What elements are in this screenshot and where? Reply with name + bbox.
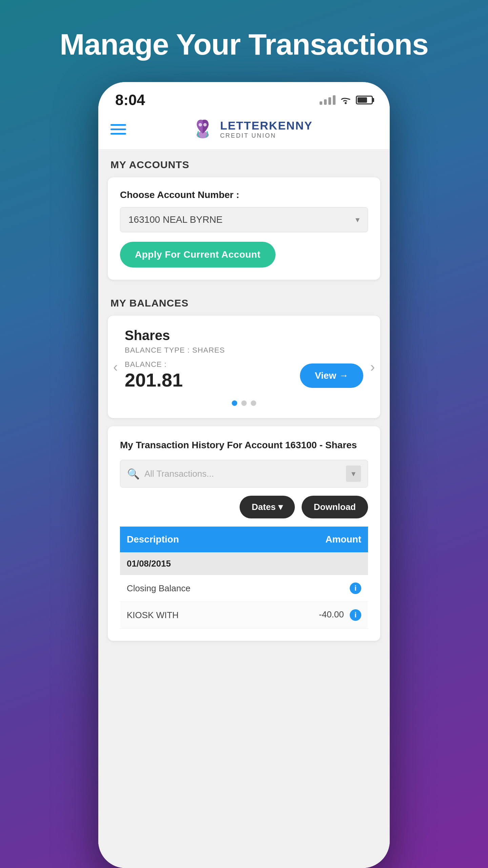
search-input[interactable]: All Transactions...: [144, 469, 341, 479]
app-content: MY ACCOUNTS Choose Account Number : 1631…: [98, 150, 390, 868]
account-number-dropdown[interactable]: 163100 NEAL BYRNE ▾: [120, 207, 368, 232]
balance-amount: 201.81: [125, 369, 183, 391]
apply-for-current-account-button[interactable]: Apply For Current Account: [120, 242, 276, 268]
transaction-history-card: My Transaction History For Account 16310…: [108, 426, 380, 641]
logo-icon: [191, 117, 215, 141]
amount-value: -40.00: [319, 609, 344, 619]
search-icon: 🔍: [127, 468, 140, 480]
page-title: Manage Your Transactions: [60, 27, 428, 62]
dot-1[interactable]: [232, 400, 237, 406]
balance-label: BALANCE :: [125, 360, 183, 369]
signal-icon: [320, 95, 336, 105]
logo-sub: CREDIT UNION: [220, 132, 312, 139]
logo-text: LETTERKENNY CREDIT UNION: [220, 119, 312, 139]
logo-area: LETTERKENNY CREDIT UNION: [191, 117, 312, 141]
account-number-label: Choose Account Number :: [120, 190, 368, 200]
battery-icon: [356, 96, 373, 104]
status-icons: [320, 95, 373, 105]
balance-info: BALANCE : 201.81: [125, 360, 183, 391]
search-dropdown-arrow-icon[interactable]: ▾: [346, 466, 361, 482]
view-balance-button[interactable]: View →: [300, 363, 363, 388]
amount-column-header: Amount: [264, 527, 368, 552]
download-button[interactable]: Download: [302, 496, 368, 518]
transaction-history-title: My Transaction History For Account 16310…: [120, 438, 368, 452]
phone-frame: 8:04: [98, 82, 390, 868]
transaction-description: KIOSK WITH: [120, 602, 264, 629]
dropdown-arrow-icon: ▾: [355, 215, 360, 224]
info-icon[interactable]: i: [350, 583, 361, 594]
transaction-amount: i: [264, 575, 368, 602]
my-balances-title: MY BALANCES: [110, 297, 188, 309]
status-time: 8:04: [115, 92, 145, 108]
dates-button[interactable]: Dates ▾: [240, 496, 295, 518]
account-number-value: 163100 NEAL BYRNE: [128, 214, 223, 225]
next-balance-arrow-icon[interactable]: ›: [370, 359, 375, 375]
balance-type: BALANCE TYPE : SHARES: [125, 346, 363, 355]
date-row-value: 01/08/2015: [120, 552, 368, 575]
app-header: LETTERKENNY CREDIT UNION: [98, 112, 390, 150]
transaction-description: Closing Balance: [120, 575, 264, 602]
transaction-search-bar[interactable]: 🔍 All Transactions... ▾: [120, 460, 368, 488]
description-column-header: Description: [120, 527, 264, 552]
svg-point-0: [345, 102, 347, 104]
svg-point-2: [199, 123, 202, 126]
my-balances-section-header: MY BALANCES: [98, 288, 390, 316]
my-accounts-title: MY ACCOUNTS: [110, 159, 189, 170]
balance-title: Shares: [125, 328, 363, 343]
dot-2[interactable]: [241, 400, 247, 406]
my-accounts-section-header: MY ACCOUNTS: [98, 150, 390, 177]
logo-name: LETTERKENNY: [220, 119, 312, 132]
action-row: Dates ▾ Download: [120, 496, 368, 518]
status-bar: 8:04: [98, 82, 390, 112]
table-row: Closing Balance i: [120, 575, 368, 602]
transaction-table: Description Amount 01/08/2015 Closing Ba…: [120, 527, 368, 629]
table-header-row: Description Amount: [120, 527, 368, 552]
balance-row: BALANCE : 201.81 View →: [125, 360, 363, 391]
date-group-row: 01/08/2015: [120, 552, 368, 575]
account-card: Choose Account Number : 163100 NEAL BYRN…: [108, 177, 380, 280]
info-icon[interactable]: i: [350, 609, 361, 621]
svg-point-3: [203, 123, 207, 126]
hamburger-menu-icon[interactable]: [110, 124, 126, 135]
carousel-dots: [125, 400, 363, 406]
balance-card: ‹ › Shares BALANCE TYPE : SHARES BALANCE…: [108, 316, 380, 418]
dot-3[interactable]: [251, 400, 256, 406]
transaction-amount: -40.00 i: [264, 602, 368, 629]
table-row: KIOSK WITH -40.00 i: [120, 602, 368, 629]
prev-balance-arrow-icon[interactable]: ‹: [113, 359, 118, 375]
wifi-icon: [340, 95, 352, 105]
